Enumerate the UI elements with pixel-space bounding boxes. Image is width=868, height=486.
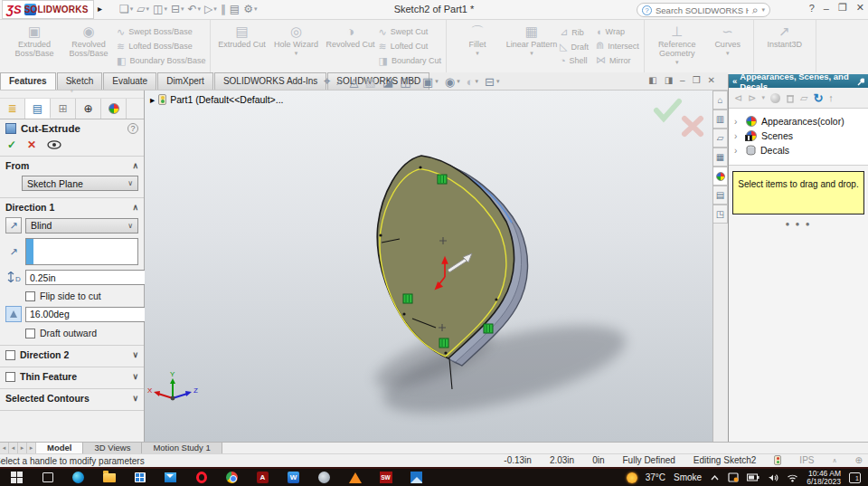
pane-left-icon[interactable]: ◧	[648, 75, 656, 85]
tab-propertymanager[interactable]: ▤	[25, 99, 51, 119]
scroll-last-icon[interactable]: ▸	[27, 443, 36, 453]
scroll-right-icon[interactable]: ▸	[18, 443, 27, 453]
panel-splitter[interactable]: °	[0, 91, 144, 99]
previous-view-icon[interactable]: ◬	[350, 75, 359, 89]
depth-input[interactable]	[26, 271, 156, 284]
draft-on-off-button[interactable]	[5, 306, 22, 322]
collapse-icon[interactable]: ∧	[132, 203, 138, 212]
collapse-panel-icon[interactable]: «	[732, 76, 737, 86]
reference-geometry-button[interactable]: ⊥ Reference Geometry ▾	[649, 21, 705, 71]
tab-solidworks-resources[interactable]: ⌂	[713, 91, 728, 110]
confirmation-corner[interactable]	[656, 101, 701, 134]
word-button[interactable]: W	[286, 471, 301, 484]
expand-icon[interactable]: ∨	[132, 394, 138, 403]
swept-boss-base-button[interactable]: ∿Swept Boss/Base	[117, 26, 205, 38]
flip-side-checkbox[interactable]	[25, 291, 35, 301]
print-button[interactable]: ⊟▾	[171, 3, 184, 15]
extruded-boss-base-button[interactable]: ▣ Extruded Boss/Base	[8, 21, 61, 71]
tree-item-decals[interactable]: › Decals	[731, 143, 866, 157]
caret-down-icon[interactable]: ▾	[295, 50, 298, 57]
tab-appearances[interactable]	[713, 167, 728, 186]
back-icon[interactable]: ⊲	[734, 92, 742, 104]
caret-down-icon[interactable]: ▾	[164, 5, 167, 13]
clock[interactable]: 10:46 AM6/18/2023	[807, 470, 841, 486]
boundary-boss-base-button[interactable]: ◧Boundary Boss/Base	[117, 55, 205, 67]
lofted-boss-base-button[interactable]: ≋Lofted Boss/Base	[117, 41, 205, 52]
shell-button[interactable]: ◔Shell	[560, 55, 589, 66]
store-button[interactable]	[132, 471, 147, 484]
boundary-cut-button[interactable]: ◨Boundary Cut	[378, 55, 440, 67]
caret-down-icon[interactable]: ▾	[181, 5, 184, 13]
trash-icon[interactable]	[786, 93, 795, 103]
zoom-to-fit-icon[interactable]: ⌖	[324, 74, 330, 89]
tab-configurationmanager[interactable]: ⊞	[51, 99, 76, 119]
caret-down-icon[interactable]: ▾	[146, 5, 150, 13]
caret-down-icon[interactable]: ▾	[198, 5, 202, 13]
view-settings-icon[interactable]: ⊟	[485, 75, 495, 89]
caret-down-icon[interactable]: ▾	[213, 5, 217, 13]
satellite-app-button[interactable]	[316, 471, 332, 484]
caret-down-icon[interactable]: ▾	[726, 50, 730, 57]
instant3d-button[interactable]: ↗ Instant3D	[759, 21, 811, 71]
search-icon[interactable]: ⌕	[752, 4, 759, 16]
tab-dimxpertmanager[interactable]: ⊕	[76, 99, 101, 119]
forward-icon[interactable]: ⊳	[748, 92, 756, 104]
options-button[interactable]: ⚙▾	[243, 3, 257, 15]
open-button[interactable]: ▱▾	[137, 3, 149, 15]
doc-close-button[interactable]: ✕	[708, 75, 715, 85]
tab-displaymanager[interactable]	[101, 99, 127, 119]
direction2-checkbox[interactable]	[5, 350, 15, 360]
extruded-cut-button[interactable]: ▤ Extruded Cut	[215, 21, 268, 71]
scroll-first-icon[interactable]: ◂	[0, 443, 9, 453]
new-document-button[interactable]: ❏▾	[119, 3, 133, 15]
tab-view-palette[interactable]: ▦	[713, 148, 728, 167]
revolved-boss-base-button[interactable]: ◉ Revolved Boss/Base	[62, 21, 115, 71]
mirror-button[interactable]: ⋈Mirror	[596, 54, 639, 66]
doc-minimize-button[interactable]: –	[680, 75, 685, 85]
notification-icon[interactable]: 1	[849, 472, 861, 483]
preview-eye-icon[interactable]	[47, 140, 61, 149]
display-style-icon[interactable]: ▣	[422, 75, 433, 89]
caret-down-icon[interactable]: ▾	[413, 78, 417, 85]
search-caret-icon[interactable]: ▾	[761, 6, 765, 14]
doc-restore-button[interactable]: ❐	[693, 75, 701, 85]
caret-down-icon[interactable]: ▾	[761, 94, 765, 101]
close-button[interactable]: ✕	[856, 2, 864, 14]
open-folder-icon[interactable]: ▱	[800, 92, 807, 104]
weather-sun-icon[interactable]	[627, 472, 637, 483]
acrobat-button[interactable]: A	[255, 471, 270, 484]
select-button[interactable]: ▷▾	[204, 3, 217, 15]
cancel-button[interactable]: ✕	[27, 138, 36, 151]
caret-down-icon[interactable]: ▾	[476, 50, 479, 57]
pane-right-icon[interactable]: ◨	[665, 75, 673, 85]
draft-button[interactable]: ◺Draft	[560, 41, 589, 52]
tree-item-scenes[interactable]: › Scenes	[731, 129, 866, 143]
revolved-cut-button[interactable]: ◑ Revolved Cut	[324, 21, 376, 71]
draft-outward-checkbox[interactable]	[25, 329, 35, 338]
caret-down-icon[interactable]: ▾	[254, 5, 258, 13]
appearance-ball-icon[interactable]	[770, 93, 780, 103]
opera-button[interactable]	[193, 471, 209, 484]
end-condition-dropdown[interactable]: Blind∨	[25, 218, 138, 233]
tab-solidworks-add-ins[interactable]: SOLIDWORKS Add-Ins	[214, 72, 326, 90]
reverse-direction-button[interactable]: ↗	[5, 217, 22, 233]
up-folder-icon[interactable]: ↑	[828, 92, 834, 103]
apply-scene-icon[interactable]: ◐	[467, 75, 474, 89]
feature-tree-flyout[interactable]: ▸ Part1 (Default<<Default>...	[150, 94, 283, 105]
solidworks-taskbar-button[interactable]: SW	[378, 471, 393, 484]
expand-tree-icon[interactable]: ▸	[150, 94, 155, 105]
expand-icon[interactable]: ∨	[132, 350, 138, 359]
battery-icon[interactable]	[747, 473, 760, 481]
save-button[interactable]: ◫▾	[153, 3, 167, 15]
tab-custom-properties[interactable]: ▤	[713, 186, 728, 205]
caret-down-icon[interactable]: ▾	[457, 78, 460, 85]
rebuild-button[interactable]: ∥	[221, 3, 226, 15]
caret-down-icon[interactable]: ▾	[496, 78, 500, 85]
mail-button[interactable]	[163, 471, 178, 484]
draft-angle-input[interactable]	[26, 308, 156, 321]
scroll-left-icon[interactable]: ◂	[9, 443, 18, 453]
restore-button[interactable]: ❐	[838, 2, 847, 14]
intersect-button[interactable]: ⋒Intersect	[596, 40, 639, 52]
tag-sphere-icon[interactable]: ⊕	[855, 455, 863, 465]
part-root-label[interactable]: Part1 (Default<<Default>...	[170, 94, 283, 105]
